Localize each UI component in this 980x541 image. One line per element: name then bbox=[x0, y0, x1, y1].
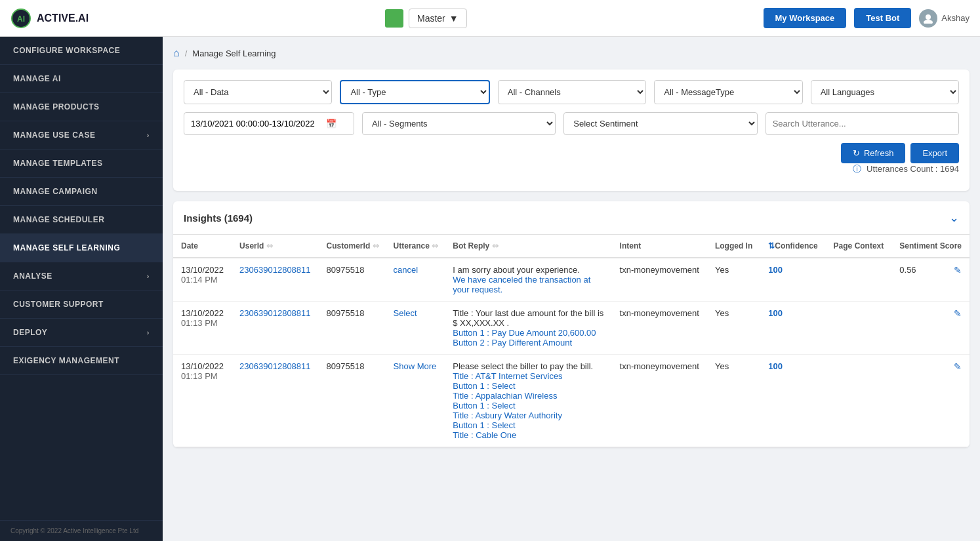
edit-icon[interactable]: ✎ bbox=[954, 361, 962, 372]
utterances-count-label: Utterances Count : 1694 bbox=[867, 164, 959, 174]
sidebar-item-label: MANAGE CAMPAIGN bbox=[13, 187, 98, 196]
cell-customerid: 80975518 bbox=[319, 258, 386, 302]
table-head: Date UserId ⇔ CustomerId ⇔ Utterance ⇔ B… bbox=[173, 235, 970, 258]
header-right: My Workspace Test Bot Akshay bbox=[764, 8, 970, 28]
table-body: 13/10/202201:14 PM2306390128088118097551… bbox=[173, 258, 970, 447]
sidebar-copyright: Copyright © 2022 Active Intelligence Pte… bbox=[0, 520, 163, 541]
col-customerid: CustomerId ⇔ bbox=[319, 235, 386, 258]
table-row: 13/10/202201:13 PM2306390128088118097551… bbox=[173, 355, 970, 447]
cell-loggedin: Yes bbox=[707, 258, 760, 302]
filters-actions: ↻ Refresh Export bbox=[184, 143, 959, 163]
chevron-right-icon: › bbox=[147, 272, 150, 280]
chevron-down-icon: ▼ bbox=[449, 13, 459, 24]
messagetype-filter[interactable]: All - MessageType MessageType 1 bbox=[654, 80, 802, 104]
sidebar-item-manage-ai[interactable]: MANAGE AI bbox=[0, 65, 163, 93]
sidebar-item-analyse[interactable]: ANALYSE › bbox=[0, 262, 163, 291]
sidebar-item-exigency-management[interactable]: EXIGENCY MANAGEMENT bbox=[0, 347, 163, 375]
refresh-button[interactable]: ↻ Refresh bbox=[841, 143, 906, 163]
cell-loggedin: Yes bbox=[707, 302, 760, 355]
export-button[interactable]: Export bbox=[910, 143, 959, 163]
workspace-selector: Master ▼ bbox=[385, 9, 467, 28]
col-date: Date bbox=[173, 235, 232, 258]
cell-utterance[interactable]: cancel bbox=[386, 258, 445, 302]
cell-userid: 230639012808811 bbox=[232, 258, 318, 302]
edit-icon[interactable]: ✎ bbox=[954, 265, 962, 275]
table-row: 13/10/202201:13 PM2306390128088118097551… bbox=[173, 302, 970, 355]
cell-confidence: 100 bbox=[760, 302, 825, 355]
sentiment-filter[interactable]: Select Sentiment Positive Negative Neutr… bbox=[563, 112, 757, 135]
cell-intent: txn-moneymovement bbox=[612, 355, 707, 447]
data-filter[interactable]: All - Data Data 1 bbox=[184, 80, 332, 104]
cell-botreply: I am sorry about your experience.We have… bbox=[445, 258, 611, 302]
cell-intent: txn-moneymovement bbox=[612, 258, 707, 302]
table-row: 13/10/202201:14 PM2306390128088118097551… bbox=[173, 258, 970, 302]
col-pagecontext: Page Context bbox=[826, 235, 892, 258]
sidebar-item-label: ANALYSE bbox=[13, 271, 52, 281]
sidebar-item-label: MANAGE USE CASE bbox=[13, 130, 96, 140]
sidebar-item-manage-use-case[interactable]: MANAGE USE CASE › bbox=[0, 121, 163, 150]
languages-filter[interactable]: All Languages English bbox=[811, 80, 959, 104]
date-range-filter: 📅 bbox=[184, 112, 354, 135]
cell-date: 13/10/202201:13 PM bbox=[173, 302, 232, 355]
sidebar-item-label: MANAGE SCHEDULER bbox=[13, 215, 104, 224]
cell-confidence: 100 bbox=[760, 258, 825, 302]
sidebar-item-label: EXIGENCY MANAGEMENT bbox=[13, 356, 119, 365]
calendar-icon[interactable]: 📅 bbox=[326, 119, 337, 129]
filters-row-1: All - Data Data 1 All - Type Type 1 All … bbox=[184, 80, 959, 104]
sidebar-item-label: CUSTOMER SUPPORT bbox=[13, 300, 104, 309]
table-count: (1694) bbox=[224, 212, 253, 224]
table-title-label: Insights bbox=[184, 212, 224, 224]
filters-row-2: 📅 All - Segments Segment 1 Select Sentim… bbox=[184, 112, 959, 135]
table-title: Insights (1694) bbox=[184, 212, 253, 224]
user-info: Akshay bbox=[919, 9, 970, 28]
logo: AI ACTIVE.AI bbox=[10, 8, 89, 29]
segments-filter[interactable]: All - Segments Segment 1 bbox=[362, 112, 556, 135]
sidebar-item-deploy[interactable]: DEPLOY › bbox=[0, 319, 163, 347]
cell-intent: txn-moneymovement bbox=[612, 302, 707, 355]
table-header-row: Insights (1694) ⌄ bbox=[173, 201, 970, 235]
sidebar-item-configure-workspace[interactable]: CONFIGURE WORKSPACE bbox=[0, 37, 163, 65]
insights-table-card: Insights (1694) ⌄ Date UserId ⇔ Customer… bbox=[173, 201, 970, 447]
collapse-button[interactable]: ⌄ bbox=[949, 210, 959, 225]
master-thumb bbox=[385, 9, 403, 28]
channels-filter[interactable]: All - Channels Channel 1 bbox=[498, 80, 646, 104]
sidebar-item-customer-support[interactable]: CUSTOMER SUPPORT bbox=[0, 291, 163, 319]
cell-utterance[interactable]: Select bbox=[386, 302, 445, 355]
home-icon[interactable]: ⌂ bbox=[173, 47, 180, 59]
master-label: Master bbox=[417, 13, 445, 24]
sidebar-item-manage-templates[interactable]: MANAGE TEMPLATES bbox=[0, 150, 163, 178]
sidebar-item-label: MANAGE SELF LEARNING bbox=[13, 243, 120, 252]
col-userid: UserId ⇔ bbox=[232, 235, 318, 258]
sort-icon: ⇅ bbox=[768, 241, 775, 250]
sidebar-item-manage-scheduler[interactable]: MANAGE SCHEDULER bbox=[0, 206, 163, 234]
cell-confidence: 100 bbox=[760, 355, 825, 447]
sidebar-item-label: DEPLOY bbox=[13, 328, 47, 337]
col-intent: Intent bbox=[612, 235, 707, 258]
chevron-right-icon: › bbox=[147, 131, 150, 139]
test-bot-button[interactable]: Test Bot bbox=[854, 8, 911, 28]
cell-pagecontext bbox=[826, 355, 892, 447]
svg-text:AI: AI bbox=[17, 14, 25, 24]
cell-customerid: 80975518 bbox=[319, 355, 386, 447]
search-utterance-input[interactable] bbox=[766, 112, 959, 135]
master-dropdown[interactable]: Master ▼ bbox=[409, 9, 467, 28]
edit-icon[interactable]: ✎ bbox=[954, 308, 962, 319]
cell-userid: 230639012808811 bbox=[232, 302, 318, 355]
cell-userid: 230639012808811 bbox=[232, 355, 318, 447]
sidebar-item-label: MANAGE AI bbox=[13, 74, 61, 83]
cell-utterance[interactable]: Show More bbox=[386, 355, 445, 447]
sidebar-item-manage-products[interactable]: MANAGE PRODUCTS bbox=[0, 93, 163, 121]
logo-icon: AI bbox=[10, 8, 31, 29]
main-content: ⌂ / Manage Self Learning All - Data Data… bbox=[163, 37, 980, 541]
chevron-right-icon: › bbox=[147, 329, 150, 336]
date-range-input[interactable] bbox=[191, 119, 322, 129]
sidebar-item-manage-self-learning[interactable]: MANAGE SELF LEARNING bbox=[0, 234, 163, 262]
col-confidence: ⇅Confidence bbox=[760, 235, 825, 258]
sidebar-item-manage-campaign[interactable]: MANAGE CAMPAIGN bbox=[0, 178, 163, 206]
avatar bbox=[919, 9, 937, 28]
type-filter[interactable]: All - Type Type 1 bbox=[340, 80, 489, 104]
utterances-count: ⓘ Utterances Count : 1694 bbox=[184, 163, 959, 175]
svg-point-3 bbox=[924, 20, 933, 24]
my-workspace-button[interactable]: My Workspace bbox=[764, 8, 847, 28]
col-utterance: Utterance ⇔ bbox=[386, 235, 445, 258]
